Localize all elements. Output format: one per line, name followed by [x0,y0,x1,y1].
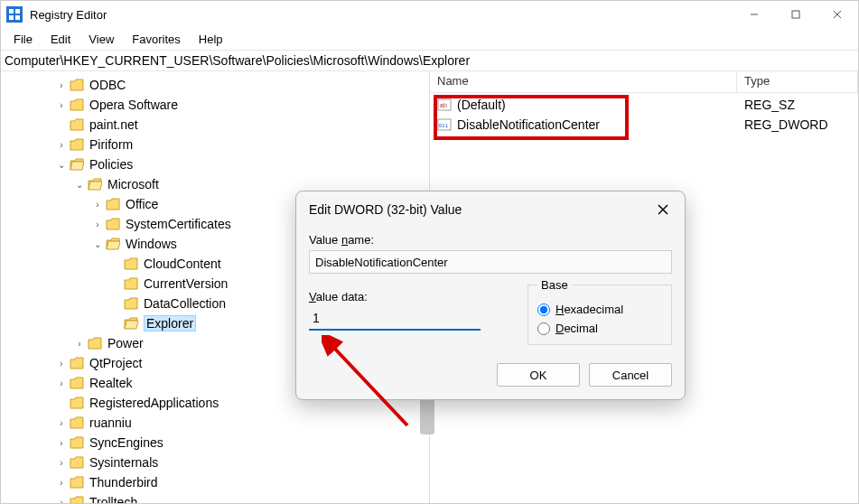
folder-icon [70,357,84,369]
folder-icon [70,416,84,429]
base-legend: Base [537,278,572,292]
minimize-button[interactable] [733,1,775,28]
svg-rect-1 [15,9,20,14]
chevron-right-icon[interactable] [55,478,68,488]
folder-open-icon [106,238,120,250]
chevron-down-icon[interactable] [91,239,104,249]
radio-hex-input[interactable] [537,303,550,316]
folder-icon [70,377,84,389]
menu-edit[interactable]: Edit [42,30,79,49]
folder-icon [106,198,120,210]
list-item-name: DisableNotificationCenter [457,117,600,132]
folder-icon [70,118,84,131]
value-data-label: Value data: [309,290,502,303]
close-icon[interactable] [654,201,672,219]
list-item[interactable]: ab (Default) REG_SZ [430,95,858,115]
svg-text:ab: ab [440,102,447,108]
folder-icon [70,496,84,503]
value-name-field[interactable] [309,250,672,274]
splitter-handle[interactable] [420,398,434,434]
radio-hex-label: Hexadecimal [556,303,623,316]
folder-icon [70,436,84,449]
tree-node-thunderbird[interactable]: Thunderbird [55,472,429,492]
chevron-right-icon[interactable] [55,378,68,388]
dialog-titlebar[interactable]: Edit DWORD (32-bit) Value [296,191,685,226]
tree-node-trolltech[interactable]: Trolltech [55,492,429,503]
column-header-name[interactable]: Name [430,71,737,92]
maximize-button[interactable] [775,1,817,28]
tree-node-odbc[interactable]: ODBC [55,75,429,95]
svg-rect-3 [15,15,20,20]
list-header: Name Type [430,71,858,93]
address-bar[interactable]: Computer\HKEY_CURRENT_USER\Software\Poli… [1,50,858,71]
folder-icon [70,476,84,489]
menu-help[interactable]: Help [190,30,232,49]
chevron-right-icon[interactable] [55,458,68,468]
svg-rect-0 [9,9,14,14]
folder-open-icon [70,158,84,171]
chevron-right-icon[interactable] [91,219,104,229]
chevron-right-icon[interactable] [55,418,68,428]
svg-text:011: 011 [439,123,449,128]
folder-icon [70,138,84,151]
column-header-type[interactable]: Type [737,71,858,92]
chevron-right-icon[interactable] [55,498,68,504]
value-data-field[interactable] [309,307,481,331]
menu-favorites[interactable]: Favorites [123,30,189,49]
list-item-type: REG_SZ [737,98,858,112]
folder-icon [70,98,84,111]
radio-hexadecimal[interactable]: Hexadecimal [537,303,662,316]
folder-open-icon [124,317,138,330]
chevron-down-icon[interactable] [55,160,68,170]
tree-node-syncengines[interactable]: SyncEngines [55,433,429,453]
svg-rect-2 [9,15,14,20]
reg-dword-icon: 011 [437,117,452,132]
dialog-title: Edit DWORD (32-bit) Value [309,202,654,217]
value-name-label: Value name: [309,233,672,247]
chevron-right-icon[interactable] [55,359,68,369]
close-button[interactable] [817,1,858,28]
title-bar: Registry Editor [1,1,858,28]
radio-dec-label: Decimal [556,322,598,335]
tree-node-opera[interactable]: Opera Software [55,95,429,115]
chevron-right-icon[interactable] [91,200,104,210]
ok-button[interactable]: OK [497,363,580,387]
folder-open-icon [88,178,102,191]
list-rows: ab (Default) REG_SZ 011 DisableNotificat… [430,93,858,135]
tree-node-piriform[interactable]: Piriform [55,135,429,154]
menu-bar: File Edit View Favorites Help [1,28,858,50]
address-text: Computer\HKEY_CURRENT_USER\Software\Poli… [5,53,470,68]
list-item-name: (Default) [457,98,506,112]
chevron-right-icon[interactable] [55,100,68,110]
list-item-type: REG_DWORD [737,117,858,132]
menu-view[interactable]: View [79,30,123,49]
radio-dec-input[interactable] [537,322,550,335]
folder-icon [70,456,84,469]
folder-icon [124,257,138,270]
folder-icon [124,277,138,290]
tree-node-policies[interactable]: Policies [55,154,429,174]
tree-node-sysinternals[interactable]: Sysinternals [55,453,429,472]
chevron-right-icon[interactable] [55,438,68,448]
svg-rect-5 [792,11,799,18]
folder-icon [124,297,138,310]
edit-dword-dialog: Edit DWORD (32-bit) Value Value name: Va… [295,191,686,400]
cancel-button[interactable]: Cancel [589,363,672,387]
tree-node-ruanniu[interactable]: ruanniu [55,413,429,433]
chevron-down-icon[interactable] [73,180,86,190]
chevron-right-icon[interactable] [55,80,68,90]
window-controls [733,1,858,28]
window-title: Registry Editor [30,8,733,22]
folder-icon [70,397,84,409]
menu-file[interactable]: File [5,30,42,49]
app-icon [6,6,23,23]
chevron-right-icon[interactable] [73,339,86,349]
folder-icon [106,218,120,230]
radio-decimal[interactable]: Decimal [537,322,662,335]
chevron-right-icon[interactable] [55,140,68,150]
reg-sz-icon: ab [437,98,452,112]
tree-node-paintnet[interactable]: paint.net [55,115,429,135]
folder-icon [88,337,102,350]
list-item[interactable]: 011 DisableNotificationCenter REG_DWORD [430,115,858,135]
base-fieldset: Base Hexadecimal Decimal [528,285,672,345]
